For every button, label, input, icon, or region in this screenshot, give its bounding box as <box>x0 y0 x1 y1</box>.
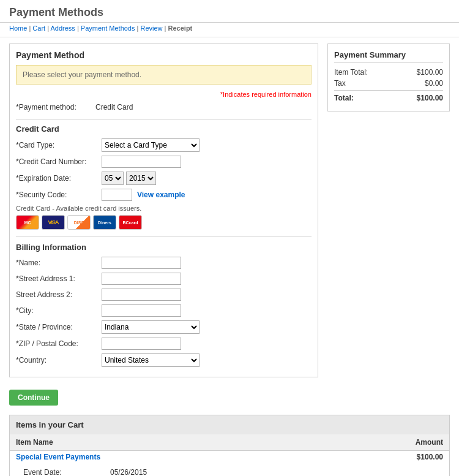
state-label: *State / Province: <box>16 323 102 331</box>
card-number-label: *Credit Card Number: <box>16 157 102 166</box>
street2-input[interactable] <box>102 289 181 301</box>
table-row: Event Date:05/26/2015 <box>10 463 449 476</box>
security-code-label: *Security Code: <box>16 191 102 199</box>
country-label: *Country: <box>16 356 102 365</box>
bccard-icon: BCcard <box>119 215 142 230</box>
breadcrumb-payment-methods[interactable]: Payment Methods <box>81 25 135 32</box>
street1-input[interactable] <box>102 273 181 285</box>
zip-label: *ZIP / Postal Code: <box>16 339 102 348</box>
col-amount: Amount <box>371 434 449 451</box>
country-select[interactable]: United States Canada United Kingdom <box>102 353 200 367</box>
diners-icon: Diners <box>93 215 116 230</box>
continue-button[interactable]: Continue <box>9 390 58 406</box>
street1-label: *Street Address 1: <box>16 274 102 283</box>
expiration-label: *Expiration Date: <box>16 174 102 183</box>
section-title-payment: Payment Method <box>16 50 312 60</box>
item-total-label: Item Total: <box>334 68 368 77</box>
mastercard-icon: MC <box>16 215 39 230</box>
card-type-label: *Card Type: <box>16 141 102 149</box>
billing-title: Billing Information <box>16 243 312 252</box>
credit-card-title: Credit Card <box>16 124 312 134</box>
breadcrumb: Home | Cart | Address | Payment Methods … <box>0 23 459 37</box>
city-input[interactable] <box>102 304 181 317</box>
required-info-text: *Indicates required information <box>16 91 312 98</box>
breadcrumb-home[interactable]: Home <box>9 25 27 32</box>
payment-summary-title: Payment Summary <box>334 50 443 63</box>
exp-month-select[interactable]: 01020304 05060708 09101112 <box>102 172 124 185</box>
payment-method-label: *Payment method: <box>16 103 95 111</box>
card-number-input[interactable] <box>102 156 181 168</box>
page-title: Payment Methods <box>0 0 459 23</box>
summary-total-value: $100.00 <box>417 94 443 102</box>
breadcrumb-cart[interactable]: Cart <box>32 25 45 32</box>
visa-icon: VISA <box>42 215 65 230</box>
item-total-value: $100.00 <box>417 68 443 77</box>
view-example-link[interactable]: View example <box>137 191 185 199</box>
exp-year-select[interactable]: 201520162017 201820192020 <box>126 172 156 185</box>
breadcrumb-address[interactable]: Address <box>50 25 75 32</box>
discover-icon: DISC <box>67 215 91 230</box>
tax-label: Tax <box>334 79 346 88</box>
cart-section-title: Items in your Cart <box>10 415 449 434</box>
summary-total-label: Total: <box>334 94 354 102</box>
col-item-name: Item Name <box>10 434 371 451</box>
card-issuers-text: Credit Card - Available credit card issu… <box>16 205 312 212</box>
card-icons-container: MC VISA DISC Diners BCcard <box>16 215 312 230</box>
state-select[interactable]: Indiana Illinois Ohio Michigan <box>102 320 200 334</box>
breadcrumb-receipt: Receipt <box>168 25 193 32</box>
city-label: *City: <box>16 306 102 315</box>
card-type-select[interactable]: Select a Card Type Visa MasterCard Disco… <box>102 138 200 152</box>
cart-item-amount: $100.00 <box>371 451 449 464</box>
breadcrumb-review[interactable]: Review <box>140 25 162 32</box>
name-label: *Name: <box>16 259 102 267</box>
cart-item-name[interactable]: Special Event Payments <box>16 453 100 461</box>
payment-method-value: Credit Card <box>95 103 133 111</box>
zip-input[interactable] <box>102 338 181 350</box>
notice-box: Please select your payment method. <box>16 65 312 85</box>
street2-label: Street Address 2: <box>16 290 102 299</box>
name-input[interactable] <box>102 257 181 269</box>
security-code-input[interactable] <box>102 189 132 201</box>
tax-value: $0.00 <box>425 79 443 88</box>
